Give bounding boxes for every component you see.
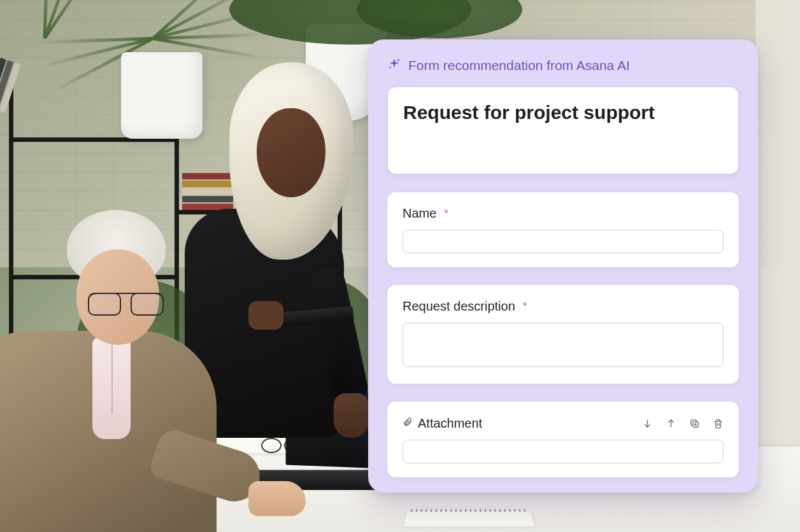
- delete-button[interactable]: [713, 418, 724, 429]
- field-actions: [642, 418, 724, 429]
- required-mark: *: [444, 207, 448, 220]
- name-field-card: Name*: [387, 192, 739, 267]
- form-title-card[interactable]: Request for project support: [387, 87, 739, 174]
- attachment-label: Attachment: [418, 416, 482, 431]
- duplicate-icon: [689, 418, 700, 429]
- arrow-up-icon: [666, 418, 676, 429]
- trash-icon: [713, 418, 724, 429]
- panel-header: Form recommendation from Asana AI: [387, 57, 739, 74]
- form-title: Request for project support: [403, 101, 723, 124]
- duplicate-button[interactable]: [689, 418, 700, 429]
- arrow-down-icon: [642, 418, 653, 429]
- required-mark: *: [523, 300, 527, 313]
- move-up-button[interactable]: [666, 418, 676, 429]
- move-down-button[interactable]: [642, 418, 653, 429]
- name-label: Name: [403, 206, 436, 221]
- sparkle-icon: [387, 57, 401, 74]
- description-field-card: Request description*: [387, 285, 739, 384]
- description-input[interactable]: [403, 323, 724, 367]
- attachment-input[interactable]: [403, 440, 724, 463]
- form-recommendation-panel: Form recommendation from Asana AI Reques…: [368, 39, 758, 493]
- attachment-field-card: Attachment: [387, 402, 739, 477]
- description-label: Request description: [403, 299, 515, 314]
- paperclip-icon: [403, 416, 413, 431]
- name-input[interactable]: [403, 230, 724, 253]
- panel-title: Form recommendation from Asana AI: [408, 58, 630, 73]
